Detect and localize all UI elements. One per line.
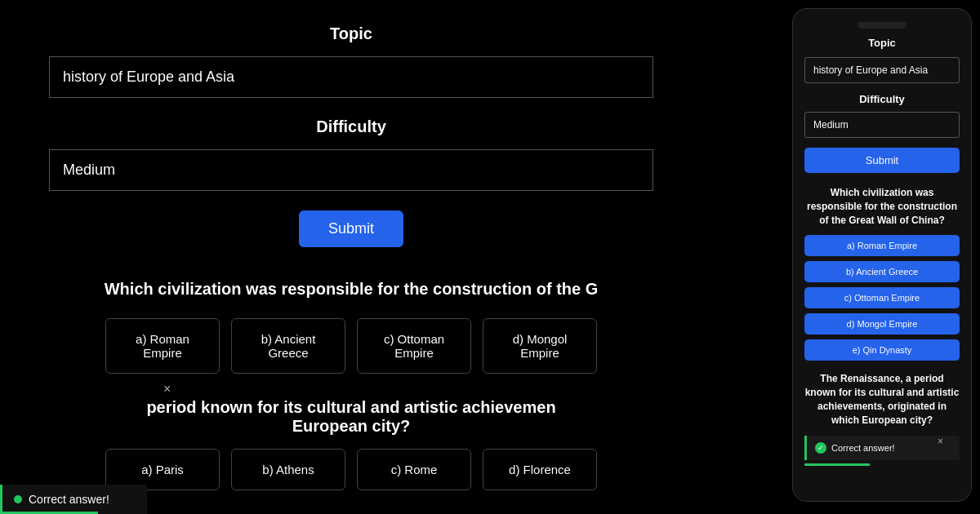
phone-answer-1d[interactable]: d) Mongol Empire	[804, 313, 960, 335]
phone-question1: Which civilization was responsible for t…	[804, 186, 960, 227]
phone-notch	[858, 22, 906, 29]
answer-btn-1a[interactable]: a) RomanEmpire	[105, 318, 220, 374]
phone-difficulty-label: Difficulty	[804, 93, 960, 105]
phone-correct-check-icon: ✓	[815, 442, 826, 454]
answer-btn-1d[interactable]: d) MongolEmpire	[483, 318, 597, 374]
question2-title: period known for its cultural and artist…	[146, 398, 555, 436]
phone-correct-banner: ✓ Correct answer!	[804, 436, 960, 460]
question2-area: × period known for its cultural and arti…	[49, 398, 653, 490]
phone-correct-area: × ✓ Correct answer!	[804, 436, 960, 466]
phone-topic-label: Topic	[804, 37, 960, 49]
close-icon[interactable]: ×	[163, 382, 171, 397]
phone-difficulty-input[interactable]	[804, 112, 960, 138]
answer-options-1: a) RomanEmpire b) AncientGreece c) Ottom…	[49, 318, 653, 374]
phone-correct-text: Correct answer!	[831, 443, 895, 453]
phone-close-icon[interactable]: ×	[938, 436, 943, 447]
phone-answer-1a[interactable]: a) Roman Empire	[804, 235, 960, 256]
answer-btn-2c[interactable]: c) Rome	[357, 449, 471, 490]
correct-answer-text: Correct answer!	[29, 493, 109, 506]
main-topic-input[interactable]	[49, 56, 653, 98]
correct-dot-icon	[14, 495, 22, 503]
answer-options-2: a) Paris b) Athens c) Rome d) Florence	[105, 449, 597, 490]
phone-answer-1e[interactable]: e) Qin Dynasty	[804, 339, 960, 361]
phone-answer-1c[interactable]: c) Ottoman Empire	[804, 287, 960, 308]
phone-progress-bar	[804, 463, 870, 466]
answer-btn-2b[interactable]: b) Athens	[231, 449, 345, 490]
question1-title: Which civilization was responsible for t…	[49, 280, 653, 299]
phone-answer-1b[interactable]: b) Ancient Greece	[804, 261, 960, 282]
main-panel: Topic Difficulty Submit Which civilizati…	[0, 0, 702, 514]
phone-panel: Topic Difficulty Submit Which civilizati…	[792, 8, 972, 502]
answer-btn-2d[interactable]: d) Florence	[483, 449, 597, 490]
correct-answer-banner: Correct answer!	[0, 485, 147, 514]
phone-topic-input[interactable]	[804, 57, 960, 83]
main-difficulty-input[interactable]	[49, 149, 653, 191]
main-submit-button[interactable]: Submit	[299, 210, 403, 247]
answer-btn-1c[interactable]: c) OttomanEmpire	[357, 318, 471, 374]
main-difficulty-label: Difficulty	[49, 117, 653, 136]
main-topic-label: Topic	[49, 24, 653, 43]
phone-question2: The Renaissance, a period known for its …	[804, 372, 960, 427]
answer-btn-1b[interactable]: b) AncientGreece	[231, 318, 345, 374]
phone-submit-button[interactable]: Submit	[804, 148, 960, 173]
